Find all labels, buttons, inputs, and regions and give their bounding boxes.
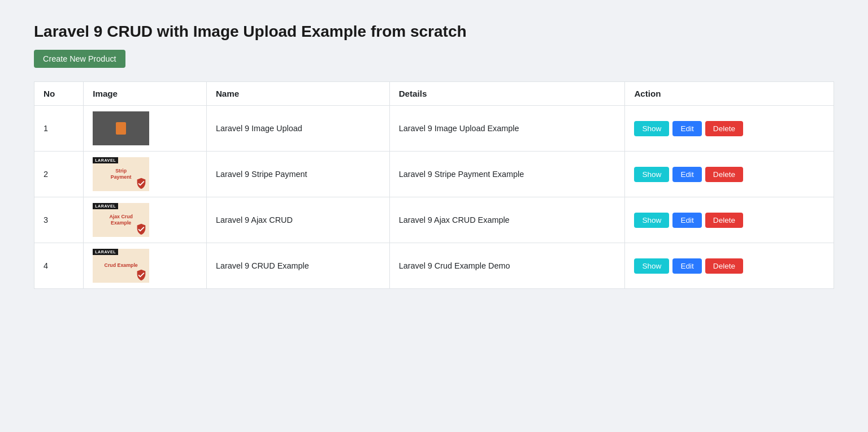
cell-no: 3 xyxy=(34,197,84,243)
cell-details: Laravel 9 Image Upload Example xyxy=(389,106,625,152)
cell-details: Laravel 9 Stripe Payment Example xyxy=(389,152,625,197)
col-header-action: Action xyxy=(625,82,834,106)
laravel-shield-icon xyxy=(135,223,147,235)
edit-button[interactable]: Edit xyxy=(672,213,701,228)
cell-action: ShowEditDelete xyxy=(625,152,834,197)
cell-no: 4 xyxy=(34,243,84,289)
edit-button[interactable]: Edit xyxy=(672,258,701,274)
cell-action: ShowEditDelete xyxy=(625,106,834,152)
cell-details: Laravel 9 Crud Example Demo xyxy=(389,243,625,289)
laravel-shield-icon xyxy=(135,177,147,189)
show-button[interactable]: Show xyxy=(634,121,669,136)
delete-button[interactable]: Delete xyxy=(705,121,743,136)
table-row: 3LARAVELAjax Crud ExampleLaravel 9 Ajax … xyxy=(34,197,834,243)
cell-image: LARAVELStrip Payment xyxy=(84,152,207,197)
edit-button[interactable]: Edit xyxy=(672,121,701,136)
edit-button[interactable]: Edit xyxy=(672,167,701,182)
laravel-shield-icon xyxy=(135,269,147,281)
page-title: Laravel 9 CRUD with Image Upload Example… xyxy=(34,23,834,41)
cell-name: Laravel 9 Ajax CRUD xyxy=(206,197,389,243)
delete-button[interactable]: Delete xyxy=(705,167,743,182)
cell-action: ShowEditDelete xyxy=(625,243,834,289)
table-header-row: No Image Name Details Action xyxy=(34,82,834,106)
delete-button[interactable]: Delete xyxy=(705,213,743,228)
show-button[interactable]: Show xyxy=(634,258,669,274)
table-row: 2LARAVELStrip PaymentLaravel 9 Stripe Pa… xyxy=(34,152,834,197)
show-button[interactable]: Show xyxy=(634,213,669,228)
cell-image: LARAVELAjax Crud Example xyxy=(84,197,207,243)
cell-no: 2 xyxy=(34,152,84,197)
show-button[interactable]: Show xyxy=(634,167,669,182)
cell-image: LARAVELCrud Example xyxy=(84,243,207,289)
table-row: 1Laravel 9 Image UploadLaravel 9 Image U… xyxy=(34,106,834,152)
col-header-name: Name xyxy=(206,82,389,106)
cell-no: 1 xyxy=(34,106,84,152)
col-header-no: No xyxy=(34,82,84,106)
cell-details: Laravel 9 Ajax CRUD Example xyxy=(389,197,625,243)
col-header-image: Image xyxy=(84,82,207,106)
cell-name: Laravel 9 Image Upload xyxy=(206,106,389,152)
cell-action: ShowEditDelete xyxy=(625,197,834,243)
create-new-product-button[interactable]: Create New Product xyxy=(34,50,125,68)
products-table: No Image Name Details Action 1Laravel 9 … xyxy=(34,81,834,289)
cell-image xyxy=(84,106,207,152)
delete-button[interactable]: Delete xyxy=(705,258,743,274)
col-header-details: Details xyxy=(389,82,625,106)
cell-name: Laravel 9 Stripe Payment xyxy=(206,152,389,197)
table-row: 4LARAVELCrud ExampleLaravel 9 CRUD Examp… xyxy=(34,243,834,289)
cell-name: Laravel 9 CRUD Example xyxy=(206,243,389,289)
